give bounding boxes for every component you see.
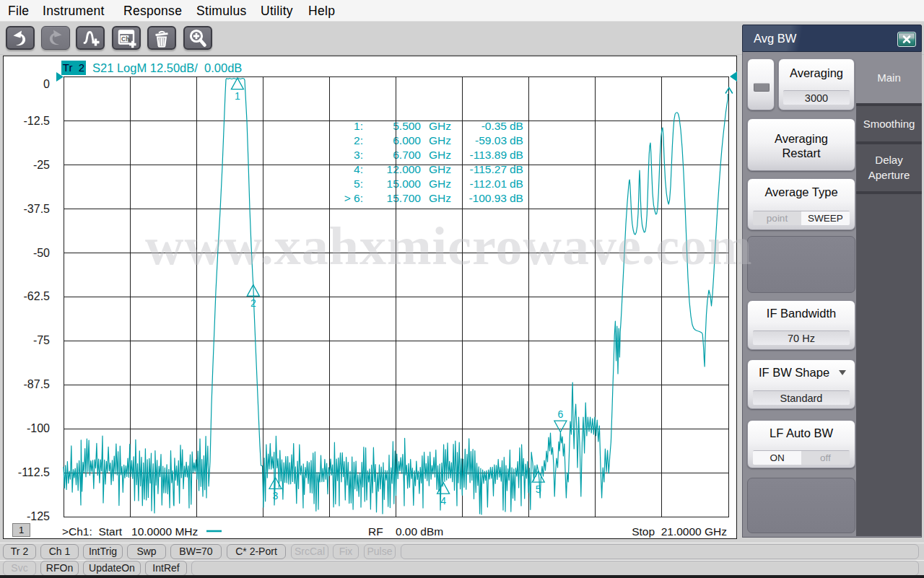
svg-text:4: 4: [440, 495, 446, 507]
svg-text:6: 6: [558, 408, 564, 420]
svg-text:3: 3: [273, 490, 279, 502]
svg-text:2: 2: [250, 297, 256, 309]
svg-text:5: 5: [536, 483, 541, 495]
svg-text:1: 1: [235, 90, 240, 102]
